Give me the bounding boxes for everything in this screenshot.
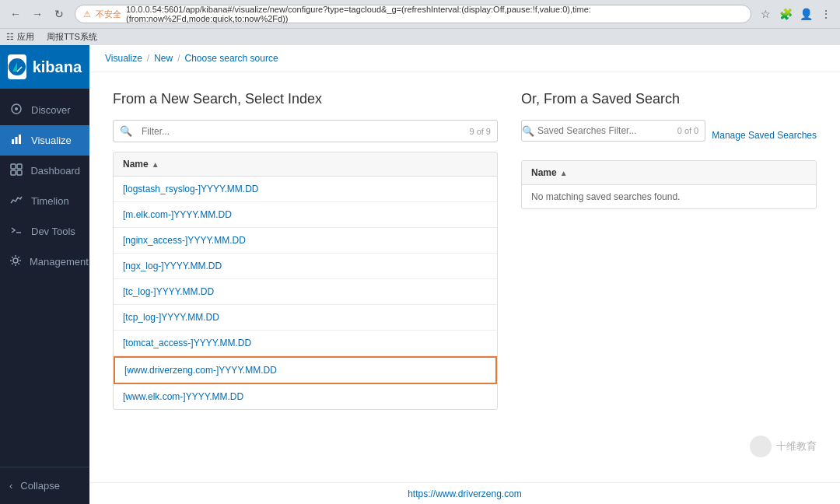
saved-search-table: Name ▲ No matching saved searches found. (521, 160, 817, 209)
index-search-icon: 🔍 (114, 121, 138, 142)
saved-sort-icon: ▲ (560, 169, 568, 177)
saved-name-column-label: Name (531, 167, 557, 178)
index-link-5[interactable]: [tcp_log-]YYYY.MM.DD (123, 312, 219, 323)
sidebar-item-label-dashboard: Dashboard (30, 165, 80, 177)
management-icon (9, 254, 22, 269)
sort-icon: ▲ (152, 160, 159, 169)
index-filter-input[interactable] (138, 121, 463, 142)
collapse-label: Collapse (20, 480, 60, 492)
index-row-7[interactable]: [www.driverzeng.com-]YYYY.MM.DD (114, 356, 497, 384)
index-link-1[interactable]: [m.elk.com-]YYYY.MM.DD (123, 209, 232, 220)
timelion-icon (9, 194, 23, 208)
saved-filter-input[interactable] (534, 121, 671, 141)
breadcrumb-sep-1: / (147, 53, 149, 64)
extensions-icon[interactable]: 🧩 (778, 6, 793, 22)
svg-point-2 (15, 107, 18, 110)
kibana-logo-svg (9, 58, 26, 75)
sidebar: kibana Discover Visualize Dashboard (0, 45, 89, 504)
menu-icon[interactable]: ⋮ (818, 6, 834, 22)
saved-search-title: Or, From a Saved Search (521, 91, 817, 107)
sidebar-item-label-devtools: Dev Tools (31, 226, 75, 237)
logo-text: kibana (33, 58, 82, 76)
new-search-title: From a New Search, Select Index (113, 91, 498, 107)
index-link-2[interactable]: [nginx_access-]YYYY.MM.DD (123, 235, 246, 246)
manage-saved-searches-link[interactable]: Manage Saved Searches (712, 130, 817, 141)
index-row-6[interactable]: [tomcat_access-]YYYY.MM.DD (114, 331, 497, 356)
address-bar[interactable]: ⚠ 不安全 10.0.0.54:5601/app/kibana#/visuali… (75, 5, 751, 23)
sidebar-item-dashboard[interactable]: Dashboard (0, 156, 89, 186)
bookmark-tts[interactable]: 周报TTS系统 (47, 31, 97, 43)
account-icon[interactable]: 👤 (798, 6, 814, 22)
svg-rect-7 (17, 164, 22, 169)
index-table: Name ▲ [logstash_rsyslog-]YYYY.MM.DD [m.… (113, 152, 498, 410)
sidebar-item-visualize[interactable]: Visualize (0, 125, 89, 156)
svg-rect-5 (19, 135, 21, 144)
bookmark-icon[interactable]: ☆ (758, 6, 773, 22)
watermark-text: 十维教育 (776, 439, 817, 453)
bookmark-apps[interactable]: ☷ 应用 (6, 31, 34, 43)
index-link-7[interactable]: [www.driverzeng.com-]YYYY.MM.DD (124, 365, 277, 376)
index-row-2[interactable]: [nginx_access-]YYYY.MM.DD (114, 228, 497, 254)
index-link-3[interactable]: [ngx_log-]YYYY.MM.DD (123, 261, 222, 271)
collapse-button[interactable]: ‹ Collapse (9, 475, 80, 496)
index-row-5[interactable]: [tcp_log-]YYYY.MM.DD (114, 305, 497, 331)
sidebar-item-label-visualize: Visualize (31, 135, 72, 146)
discover-icon (9, 103, 23, 117)
sidebar-item-label-management: Management (30, 256, 89, 268)
name-column-label: Name (123, 159, 149, 170)
svg-rect-6 (11, 164, 16, 169)
saved-search-section: Or, From a Saved Search 🔍 0 of 0 Manage … (521, 91, 817, 464)
index-row-0[interactable]: [logstash_rsyslog-]YYYY.MM.DD (114, 177, 497, 202)
svg-rect-3 (12, 139, 14, 144)
index-row-4[interactable]: [tc_log-]YYYY.MM.DD (114, 279, 497, 305)
back-button[interactable]: ← (6, 5, 25, 23)
saved-filter-count: 0 of 0 (671, 121, 705, 140)
breadcrumb-current: Choose search source (185, 53, 278, 64)
footer-link[interactable]: https://www.driverzeng.com (408, 488, 522, 499)
index-filter-bar: 🔍 9 of 9 (113, 120, 498, 142)
app-container: kibana Discover Visualize Dashboard (0, 45, 840, 504)
index-filter-count: 9 of 9 (463, 122, 497, 141)
browser-chrome: ← → ↻ ⚠ 不安全 10.0.0.54:5601/app/kibana#/v… (0, 0, 840, 28)
dev-tools-icon (9, 224, 23, 239)
watermark-logo (750, 436, 772, 457)
logo-icon (8, 54, 26, 79)
sidebar-item-discover[interactable]: Discover (0, 95, 89, 125)
sidebar-item-timelion[interactable]: Timelion (0, 186, 89, 216)
content-area: From a New Search, Select Index 🔍 9 of 9… (89, 72, 840, 482)
index-row-1[interactable]: [m.elk.com-]YYYY.MM.DD (114, 202, 497, 228)
nav-buttons: ← → ↻ (6, 5, 68, 23)
security-label: 不安全 (96, 9, 121, 20)
reload-button[interactable]: ↻ (50, 5, 68, 23)
sidebar-bottom: ‹ Collapse (0, 467, 89, 504)
svg-rect-4 (16, 137, 18, 144)
saved-table-header: Name ▲ (522, 161, 816, 185)
sidebar-item-label-timelion: Timelion (31, 195, 69, 207)
index-link-8[interactable]: [www.elk.com-]YYYY.MM.DD (123, 391, 243, 402)
svg-rect-8 (11, 170, 16, 175)
index-row-3[interactable]: [ngx_log-]YYYY.MM.DD (114, 254, 497, 279)
new-search-section: From a New Search, Select Index 🔍 9 of 9… (113, 91, 498, 464)
breadcrumb: Visualize / New / Choose search source (89, 45, 840, 72)
visualize-icon (9, 133, 23, 148)
breadcrumb-sep-2: / (177, 53, 180, 64)
index-link-4[interactable]: [tc_log-]YYYY.MM.DD (123, 286, 214, 297)
saved-filter-bar: 🔍 0 of 0 (521, 120, 705, 142)
breadcrumb-visualize[interactable]: Visualize (105, 53, 142, 64)
sidebar-item-dev-tools[interactable]: Dev Tools (0, 216, 89, 247)
forward-button[interactable]: → (28, 5, 47, 23)
svg-point-11 (13, 258, 18, 263)
sidebar-item-management[interactable]: Management (0, 247, 89, 277)
browser-actions: ☆ 🧩 👤 ⋮ (758, 6, 834, 22)
kibana-logo[interactable]: kibana (0, 45, 89, 89)
saved-filter-row: 🔍 0 of 0 Manage Saved Searches (521, 120, 817, 151)
main-content: Visualize / New / Choose search source F… (89, 45, 840, 504)
index-row-8[interactable]: [www.elk.com-]YYYY.MM.DD (114, 384, 497, 409)
watermark: 十维教育 (750, 436, 817, 457)
footer: https://www.driverzeng.com (89, 482, 840, 504)
index-link-6[interactable]: [tomcat_access-]YYYY.MM.DD (123, 338, 251, 348)
collapse-icon: ‹ (9, 480, 12, 492)
breadcrumb-new[interactable]: New (154, 53, 173, 64)
index-table-header: Name ▲ (114, 152, 497, 177)
index-link-0[interactable]: [logstash_rsyslog-]YYYY.MM.DD (123, 184, 259, 194)
